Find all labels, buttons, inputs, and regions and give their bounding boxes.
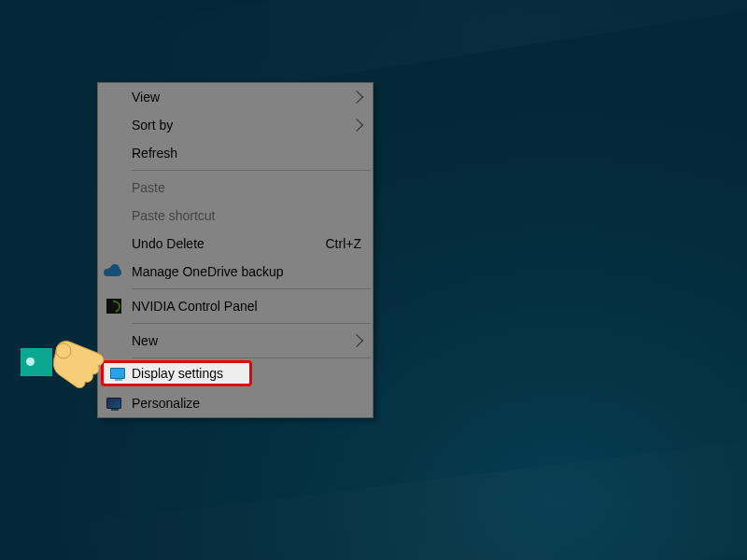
tutorial-dim-overlay — [0, 0, 747, 560]
menu-item-label: Display settings — [132, 366, 223, 381]
highlight-display-settings[interactable]: Display settings — [101, 360, 252, 386]
svg-point-0 — [56, 343, 71, 358]
pointing-hand-icon — [21, 329, 105, 403]
